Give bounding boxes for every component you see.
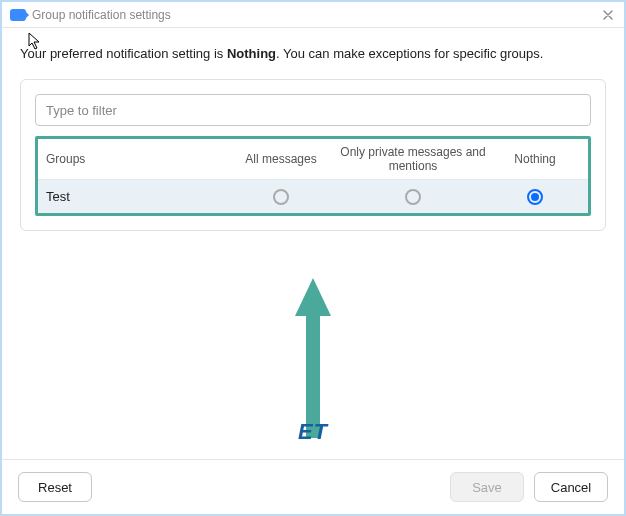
svg-marker-0	[295, 278, 331, 438]
radio-nothing[interactable]	[527, 189, 543, 205]
radio-all-messages[interactable]	[273, 189, 289, 205]
pref-suffix: . You can make exceptions for specific g…	[276, 46, 543, 61]
annotation-arrow-icon	[293, 278, 333, 438]
cell-nothing	[490, 188, 580, 205]
groups-table: Groups All messages Only private message…	[35, 136, 591, 216]
radio-private-mentions[interactable]	[405, 189, 421, 205]
preference-summary: Your preferred notification setting is N…	[20, 46, 606, 61]
dialog-footer: Reset Save Cancel	[2, 459, 624, 514]
col-header-groups: Groups	[46, 152, 226, 166]
row-group-name: Test	[46, 189, 226, 204]
cell-private	[336, 188, 490, 205]
cancel-button[interactable]: Cancel	[534, 472, 608, 502]
table-header: Groups All messages Only private message…	[38, 139, 588, 179]
filter-input[interactable]	[35, 94, 591, 126]
pref-prefix: Your preferred notification setting is	[20, 46, 227, 61]
col-header-all: All messages	[226, 152, 336, 166]
col-header-private: Only private messages and mentions	[336, 145, 490, 173]
cell-all	[226, 188, 336, 205]
reset-button[interactable]: Reset	[18, 472, 92, 502]
table-row: Test	[38, 179, 588, 213]
pref-current: Nothing	[227, 46, 276, 61]
window-title: Group notification settings	[32, 8, 594, 22]
groups-panel: Groups All messages Only private message…	[20, 79, 606, 231]
dialog-content: Your preferred notification setting is N…	[2, 28, 624, 459]
col-header-nothing: Nothing	[490, 152, 580, 166]
titlebar: Group notification settings	[2, 2, 624, 28]
save-button[interactable]: Save	[450, 472, 524, 502]
zoom-app-icon	[10, 9, 26, 21]
watermark: ET	[298, 419, 328, 445]
close-icon[interactable]	[600, 7, 616, 23]
dialog-window: Group notification settings Your preferr…	[0, 0, 626, 516]
